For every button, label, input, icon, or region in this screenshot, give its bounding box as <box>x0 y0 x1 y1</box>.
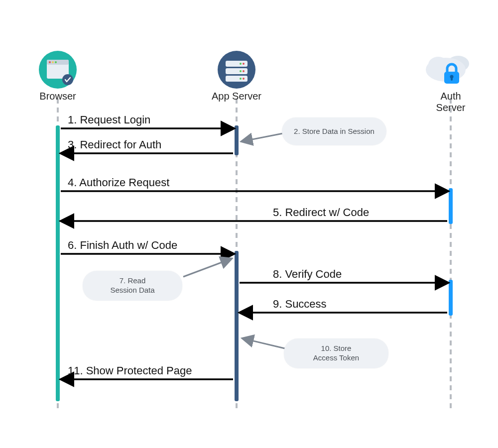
svg-point-9 <box>62 74 73 85</box>
actor-label-browser: Browser <box>39 91 76 102</box>
note-2: 2. Store Data in Session <box>282 117 386 145</box>
svg-rect-13 <box>226 76 248 82</box>
svg-rect-12 <box>226 68 248 74</box>
svg-point-22 <box>428 57 448 73</box>
svg-point-6 <box>49 61 51 63</box>
svg-rect-26 <box>56 125 60 401</box>
svg-rect-25 <box>451 77 453 81</box>
svg-point-21 <box>426 58 466 82</box>
svg-rect-30 <box>449 280 453 316</box>
msg-8: 8. Verify Code <box>273 268 342 281</box>
msg-3: 3. Redirect for Auth <box>68 138 161 151</box>
svg-rect-28 <box>235 251 239 401</box>
msg-5: 5. Redirect w/ Code <box>273 206 369 219</box>
note-2-text: 2. Store Data in Session <box>294 127 374 136</box>
svg-line-40 <box>183 259 231 277</box>
svg-point-24 <box>450 75 454 79</box>
svg-point-18 <box>243 78 245 80</box>
svg-line-41 <box>243 338 285 348</box>
svg-point-10 <box>218 51 255 89</box>
svg-rect-29 <box>449 188 453 224</box>
svg-point-3 <box>39 51 77 89</box>
note-7-text: 7. Read Session Data <box>110 276 154 295</box>
svg-point-17 <box>240 70 242 72</box>
msg-11: 11. Show Protected Page <box>68 364 192 377</box>
note-10: 10. Store Access Token <box>284 338 388 368</box>
svg-point-7 <box>52 61 54 63</box>
note-10-text: 10. Store Access Token <box>313 344 359 363</box>
svg-point-19 <box>240 78 242 80</box>
server-icon <box>218 51 255 89</box>
svg-line-39 <box>242 133 283 141</box>
svg-point-14 <box>243 63 245 65</box>
svg-rect-4 <box>47 60 69 79</box>
cloud-lock-icon <box>426 56 469 84</box>
svg-rect-11 <box>226 61 248 67</box>
browser-icon <box>39 51 77 89</box>
svg-point-8 <box>55 61 57 63</box>
msg-6: 6. Finish Auth w/ Code <box>68 239 177 252</box>
actor-label-app-server: App Server <box>212 91 261 102</box>
note-7: 7. Read Session Data <box>83 271 182 301</box>
msg-9: 9. Success <box>273 298 327 311</box>
svg-rect-5 <box>47 60 69 65</box>
msg-4: 4. Authorize Request <box>68 176 169 189</box>
msg-1: 1. Request Login <box>68 113 150 126</box>
svg-rect-27 <box>235 125 239 155</box>
svg-point-20 <box>447 56 469 72</box>
svg-point-16 <box>243 70 245 72</box>
diagram-canvas <box>0 0 498 448</box>
svg-point-15 <box>240 63 242 65</box>
sequence-diagram: Browser App Server Auth Server 1. Reques… <box>0 0 498 448</box>
svg-rect-23 <box>444 72 459 84</box>
actor-label-auth-server: Auth Server <box>427 91 475 113</box>
